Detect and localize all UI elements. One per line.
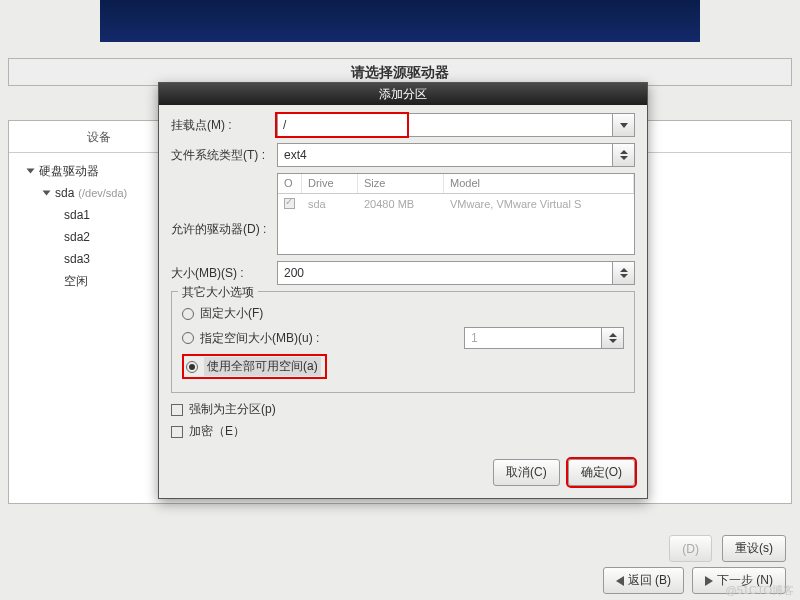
arrow-right-icon: [705, 576, 713, 586]
cancel-button[interactable]: 取消(C): [493, 459, 560, 486]
fstype-value: ext4: [278, 148, 612, 162]
mount-point-dropdown[interactable]: [612, 114, 634, 136]
fstype-spinner[interactable]: [612, 144, 634, 166]
checkbox-icon[interactable]: [171, 404, 183, 416]
drive-header-check: O: [278, 174, 302, 193]
drive-row[interactable]: sda 20480 MB VMware, VMware Virtual S: [278, 194, 634, 215]
drive-row-model: VMware, VMware Virtual S: [444, 194, 634, 215]
drive-header-drive: Drive: [302, 174, 358, 193]
radio-useall-label: 使用全部可用空间(a): [204, 357, 321, 376]
ok-button[interactable]: 确定(O): [568, 459, 635, 486]
radio-use-all-space[interactable]: 使用全部可用空间(a): [182, 354, 624, 379]
watermark: @51CTO博客: [726, 583, 794, 598]
chevron-down-icon: [27, 169, 35, 174]
size-options-fieldset: 其它大小选项 固定大小(F) 指定空间大小(MB)(u) : 1 使用全: [171, 291, 635, 393]
allowed-drives-list[interactable]: O Drive Size Model sda 20480 MB VMware, …: [277, 173, 635, 255]
fstype-label: 文件系统类型(T) :: [171, 147, 277, 164]
encrypt-checkbox[interactable]: 加密（E）: [171, 423, 635, 440]
allowed-drives-label: 允许的驱动器(D) :: [171, 173, 277, 238]
up-icon: [620, 268, 628, 272]
drive-checkbox[interactable]: [284, 198, 295, 209]
dialog-title: 添加分区: [159, 83, 647, 105]
up-icon: [609, 333, 617, 337]
back-button[interactable]: 返回 (B): [603, 567, 684, 594]
size-options-legend: 其它大小选项: [178, 284, 258, 301]
specify-size-value: 1: [465, 331, 601, 345]
drive-row-size: 20480 MB: [358, 194, 444, 215]
mount-point-value[interactable]: /: [277, 114, 407, 136]
radio-fixed-label: 固定大小(F): [200, 305, 263, 322]
radio-specify-size[interactable]: 指定空间大小(MB)(u) : 1: [182, 327, 624, 349]
radio-specify-label: 指定空间大小(MB)(u) :: [200, 330, 319, 347]
arrow-left-icon: [616, 576, 624, 586]
drive-header-model: Model: [444, 174, 634, 193]
down-icon: [620, 274, 628, 278]
specify-size-spinner: 1: [464, 327, 624, 349]
force-primary-label: 强制为主分区(p): [189, 401, 276, 418]
tree-disk[interactable]: sda (/dev/sda): [28, 182, 148, 204]
down-icon: [620, 156, 628, 160]
size-spinner[interactable]: 200: [277, 261, 635, 285]
drive-row-name: sda: [302, 194, 358, 215]
checkbox-icon[interactable]: [171, 426, 183, 438]
tree-partition[interactable]: sda3: [28, 248, 148, 270]
device-tree: 硬盘驱动器 sda (/dev/sda) sda1 sda2 sda3 空闲: [28, 160, 148, 292]
radio-icon[interactable]: [182, 308, 194, 320]
add-partition-dialog: 添加分区 挂载点(M) : / 文件系统类型(T) : ext4 允许的驱动器(…: [158, 82, 648, 499]
drive-header-size: Size: [358, 174, 444, 193]
down-icon: [609, 339, 617, 343]
tree-free-space[interactable]: 空闲: [28, 270, 148, 292]
up-icon: [620, 150, 628, 154]
radio-icon[interactable]: [182, 332, 194, 344]
chevron-down-icon: [620, 123, 628, 128]
radio-fixed-size[interactable]: 固定大小(F): [182, 305, 624, 322]
size-label: 大小(MB)(S) :: [171, 265, 277, 282]
mount-point-label: 挂载点(M) :: [171, 117, 277, 134]
mount-point-combo[interactable]: /: [277, 113, 635, 137]
create-button-disabled: (D): [669, 535, 712, 562]
radio-icon[interactable]: [186, 361, 198, 373]
reset-button[interactable]: 重设(s): [722, 535, 786, 562]
chevron-down-icon: [43, 191, 51, 196]
tree-partition[interactable]: sda1: [28, 204, 148, 226]
fstype-combo[interactable]: ext4: [277, 143, 635, 167]
tree-root[interactable]: 硬盘驱动器: [28, 160, 148, 182]
size-value[interactable]: 200: [278, 266, 612, 280]
encrypt-label: 加密（E）: [189, 423, 245, 440]
size-spin-buttons[interactable]: [612, 262, 634, 284]
force-primary-checkbox[interactable]: 强制为主分区(p): [171, 401, 635, 418]
tree-partition[interactable]: sda2: [28, 226, 148, 248]
window-top-bar: [100, 0, 700, 42]
